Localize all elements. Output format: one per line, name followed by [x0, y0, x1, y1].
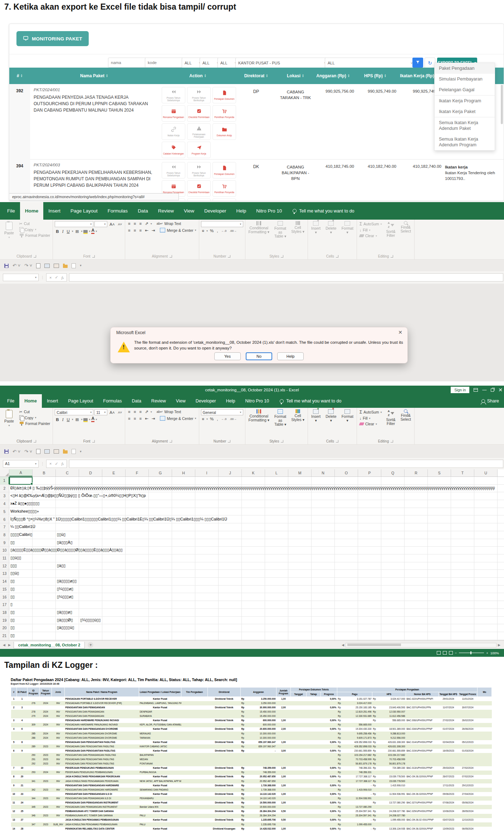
tab-review[interactable]: Review [153, 202, 179, 220]
align-left-icon[interactable]: ≡ [127, 228, 132, 233]
menu-item-ikatan-kerja-program[interactable]: Ikatan Kerja Program [435, 95, 495, 106]
column-header-anggaran-rp-[interactable]: Anggaran (Rp)▲▼ [312, 68, 354, 84]
orientation-icon[interactable]: ⇗ [144, 409, 150, 414]
insert-cells-button[interactable]: Insert▾ [310, 221, 322, 234]
cell-text[interactable]: ▯▯ [10, 579, 15, 583]
action-plane-button[interactable]: Program Kerja [187, 142, 211, 158]
dialog-launcher-icon[interactable] [228, 440, 230, 443]
align-top-icon[interactable]: ≡ [127, 410, 132, 414]
cell-text[interactable]: ▯¼▯▯▯ø▯ [57, 587, 73, 591]
cell-text[interactable]: ▯▯▯ [10, 563, 17, 568]
column-header--[interactable]: #▲▼ [9, 68, 30, 84]
decrease-decimal-icon[interactable]: .00→ [229, 229, 238, 233]
fill-color-icon[interactable] [83, 230, 88, 233]
cell-text[interactable]: ▯▯ [10, 610, 15, 615]
row-header-11[interactable]: 11 [0, 554, 9, 562]
cell-text[interactable]: ▯à▯▯ [57, 563, 65, 568]
cell-text[interactable]: ▯▯▯▯Calibri▯ [10, 532, 32, 537]
refresh-button[interactable]: ↻ [425, 58, 435, 68]
row-header-13[interactable]: 13 [0, 570, 9, 577]
cell-styles-button[interactable]: CellStyles ▾ [290, 221, 306, 234]
sort-filter-button[interactable]: AZSort&Filter [385, 409, 397, 426]
action-checklist-button[interactable]: Checklist Permintaan [187, 105, 211, 122]
tab-developer[interactable]: Developer [199, 202, 231, 220]
cancel-icon[interactable]: × [49, 275, 52, 280]
action-cart-button[interactable]: Pemilihan Penyedia [212, 180, 236, 197]
fill-button[interactable]: ↓Fill ▾ [359, 416, 383, 421]
cell-text[interactable]: Ì▯Ñ▯▯▯B °▯=▯¼%r▯8▯X ” 1Ü▯▯▯▯▯Calibri1▯▯▯… [10, 517, 227, 522]
underline-button[interactable]: U [65, 229, 70, 234]
action-next-years-button[interactable]: Proses Tahun Berikutnya [187, 162, 211, 179]
tab-data[interactable]: Data [133, 202, 153, 220]
dialog-launcher-icon[interactable] [391, 440, 393, 443]
cell-text[interactable]: ▯▯ü▯ [57, 532, 65, 537]
merge-center-button[interactable]: Merge & Center ▾ [159, 416, 197, 421]
column-header-j[interactable]: J [219, 469, 242, 476]
clear-button[interactable]: Clear ▾ [359, 233, 383, 238]
select-all-corner[interactable] [0, 469, 9, 476]
column-header-i[interactable]: I [195, 469, 219, 476]
action-checklist-button[interactable]: Checklist Permintaan [187, 180, 211, 197]
menu-item-semua-ikatan-kerja[interactable]: Semua Ikatan Kerja Adendum Paket [435, 117, 495, 134]
name-box[interactable]: ▾ [3, 274, 39, 281]
enter-icon[interactable]: ✓ [55, 275, 58, 280]
column-header-s[interactable]: S [428, 469, 451, 476]
align-middle-icon[interactable]: ≡ [133, 410, 137, 414]
dialog-launcher-icon[interactable] [336, 440, 338, 443]
scrollbar-thumb[interactable] [501, 85, 503, 124]
minimize-icon[interactable]: — [482, 387, 486, 392]
new-sheet-button[interactable]: + [88, 642, 93, 648]
decrease-font-icon[interactable]: A˅ [117, 411, 123, 414]
dialog-launcher-icon[interactable] [34, 440, 36, 443]
yes-button[interactable]: Yes [214, 352, 241, 360]
tab-view[interactable]: View [171, 394, 191, 408]
normal-view-icon[interactable] [437, 651, 441, 655]
column-header-l[interactable]: L [265, 469, 288, 476]
tab-page-layout[interactable]: Page Layout [63, 394, 98, 408]
autosum-button[interactable]: ΣAutoSum ▾ [359, 221, 383, 227]
action-warning-button[interactable]: Pelaksanaan Pekerjaan [187, 123, 211, 140]
italic-button[interactable]: I [61, 417, 65, 422]
screen-icon[interactable] [44, 264, 50, 268]
zoom-in-icon[interactable]: + [486, 651, 488, 655]
sign-in-button[interactable]: Sign in [451, 387, 469, 393]
format-as-table-button[interactable]: FormatasTable ▾ [273, 221, 288, 238]
close-icon[interactable]: ✕ [498, 387, 503, 393]
cell-text[interactable]: ▯▯ü▯▯ [10, 556, 21, 560]
cell-text[interactable]: ▯à▯▯▯ø▯ [57, 610, 72, 615]
formula-input[interactable] [69, 460, 503, 468]
format-cells-button[interactable]: Format▾ [340, 221, 355, 234]
screen-icon[interactable] [44, 449, 50, 454]
borders-icon[interactable]: ⊞ [74, 229, 80, 234]
action-warning-button[interactable]: Pelaksanaan Pekerjaan [187, 199, 211, 201]
italic-button[interactable]: I [61, 229, 65, 234]
tab-home[interactable]: Home [19, 394, 42, 408]
menu-item-semua-ikatan-kerja[interactable]: Semua Ikatan Kerja Adendum Program [435, 134, 495, 150]
conditional-formatting-button[interactable]: ConditionalFormatting ▾ [247, 409, 271, 422]
align-center-icon[interactable]: ≡ [133, 228, 137, 233]
cell-text[interactable]: Workshee▯▯▯▯» [10, 509, 39, 514]
wrap-text-button[interactable]: ab↵Wrap Text [156, 221, 182, 226]
page-layout-view-icon[interactable] [443, 651, 447, 655]
align-center-icon[interactable]: ≡ [133, 416, 137, 421]
column-header-r[interactable]: R [405, 469, 428, 476]
action-folder-button[interactable]: Dokumen Arsip [212, 199, 236, 201]
percent-style-icon[interactable]: % [209, 229, 215, 233]
cell-text[interactable]: ▯à▯▯▯Ø▯ [57, 618, 73, 622]
align-right-icon[interactable]: ≡ [138, 228, 143, 233]
tab-file[interactable]: File [2, 394, 19, 408]
print-preview-icon[interactable] [36, 263, 40, 268]
cell-text[interactable]: ▯▯ [10, 587, 15, 591]
increase-indent-icon[interactable]: ⇥ [151, 416, 156, 421]
action-document-button[interactable]: Persiapan Dokumen [212, 162, 236, 179]
cell-text[interactable]: ¼ ▯▯Calibri1Ü [10, 524, 35, 529]
print-preview-icon[interactable] [36, 449, 40, 454]
tab-file[interactable]: File [2, 202, 20, 220]
row-header-16[interactable]: 16 [0, 593, 9, 601]
menu-item-paket-pengadaan[interactable]: Paket Pengadaan [435, 63, 495, 74]
cell-text[interactable]: ▯▯ [10, 618, 15, 622]
formula-input[interactable] [69, 273, 503, 282]
row-header-18[interactable]: 18 [0, 609, 9, 616]
delete-cells-button[interactable]: Delete▾ [324, 409, 338, 422]
tab-nitro-pro-10[interactable]: Nitro Pro 10 [240, 394, 274, 408]
